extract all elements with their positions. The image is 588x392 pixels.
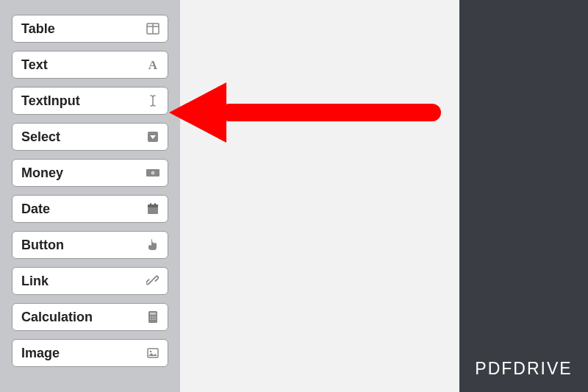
sidebar-item-label: Calculation <box>21 310 93 325</box>
canvas-area[interactable] <box>180 0 459 392</box>
svg-point-17 <box>152 318 154 320</box>
image-icon <box>146 346 160 360</box>
svg-point-6 <box>151 171 155 175</box>
sidebar-item-date[interactable]: Date <box>12 195 168 223</box>
sidebar-item-label: Image <box>21 346 60 361</box>
calendar-icon <box>146 202 160 216</box>
svg-rect-8 <box>148 204 158 207</box>
money-icon <box>146 165 160 180</box>
sidebar-item-textinput[interactable]: TextInput <box>12 87 168 115</box>
svg-rect-10 <box>154 203 156 206</box>
text-cursor-icon <box>146 93 160 108</box>
link-icon <box>146 274 160 288</box>
brand-label: PDFDRIVE <box>459 359 588 379</box>
svg-text:A: A <box>148 58 158 71</box>
sidebar-item-label: Money <box>21 165 63 181</box>
svg-rect-9 <box>150 203 151 206</box>
svg-point-14 <box>152 316 154 318</box>
table-icon <box>146 21 160 36</box>
sidebar-item-select[interactable]: Select <box>12 123 168 151</box>
svg-point-15 <box>154 316 156 318</box>
sidebar-item-link[interactable]: Link <box>12 267 168 295</box>
sidebar-item-label: TextInput <box>21 93 80 109</box>
svg-point-13 <box>150 316 151 318</box>
sidebar-item-label: Link <box>21 274 49 289</box>
sidebar-item-calculation[interactable]: Calculation <box>12 303 168 331</box>
dropdown-icon <box>146 129 160 144</box>
svg-rect-12 <box>150 313 156 315</box>
sidebar-item-money[interactable]: Money <box>12 159 168 187</box>
svg-point-18 <box>154 318 156 320</box>
sidebar-item-label: Text <box>21 57 48 73</box>
sidebar-item-text[interactable]: Text A <box>12 51 168 79</box>
sidebar-item-label: Date <box>21 202 50 217</box>
text-icon: A <box>146 57 160 72</box>
sidebar-item-table[interactable]: Table <box>12 15 168 43</box>
sidebar-item-button[interactable]: Button <box>12 231 168 259</box>
component-sidebar: Table Text A TextInput Select Money Date <box>0 0 180 392</box>
sidebar-item-label: Select <box>21 129 60 145</box>
sidebar-item-label: Table <box>21 21 55 37</box>
svg-rect-19 <box>148 349 158 357</box>
sidebar-item-label: Button <box>21 238 64 253</box>
svg-point-16 <box>150 318 151 320</box>
calculator-icon <box>146 310 160 324</box>
pointer-icon <box>146 238 160 252</box>
svg-point-20 <box>150 351 152 353</box>
sidebar-item-image[interactable]: Image <box>12 339 168 367</box>
right-panel: PDFDRIVE <box>459 0 588 392</box>
